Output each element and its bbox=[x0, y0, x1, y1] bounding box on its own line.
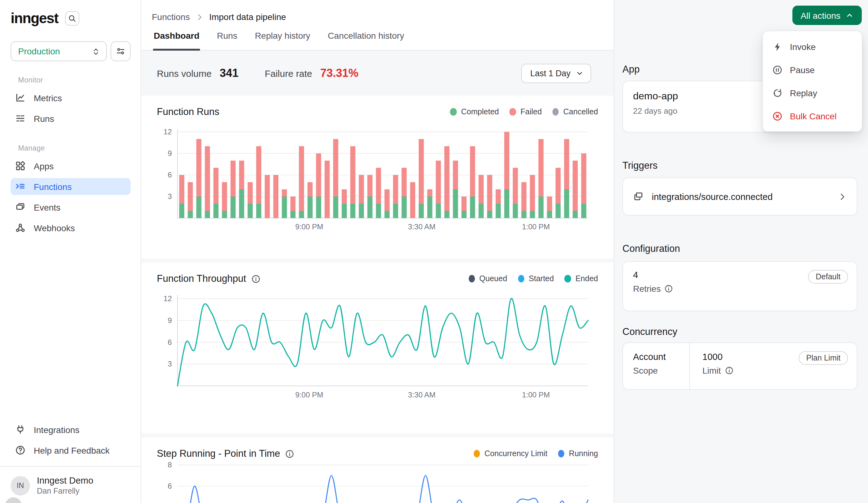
tab-dashboard[interactable]: Dashboard bbox=[153, 31, 200, 51]
svg-text:1:00 PM: 1:00 PM bbox=[522, 223, 550, 231]
retries-card: 4 Retries Default bbox=[622, 261, 857, 311]
apps-icon bbox=[15, 161, 25, 171]
search-button[interactable] bbox=[65, 11, 79, 25]
menu-item-label: Bulk Cancel bbox=[790, 111, 836, 121]
user-name: Dan Farrelly bbox=[37, 487, 93, 495]
function-runs-chart: 369129:00 PM3:30 AM1:00 PM bbox=[157, 122, 598, 233]
sidebar-item-integrations[interactable]: Integrations bbox=[11, 421, 131, 438]
cancelled-dot bbox=[552, 108, 559, 116]
sidebar-item-apps[interactable]: Apps bbox=[11, 157, 131, 174]
topbar: Functions Import data pipeline Dashboard… bbox=[141, 0, 614, 51]
all-actions-menu: Invoke Pause Replay Bulk Cancel bbox=[762, 31, 862, 132]
info-icon[interactable] bbox=[251, 274, 261, 283]
sliders-icon bbox=[116, 46, 126, 56]
sidebar-nav: Monitor Metrics Runs Manage Apps bbox=[0, 61, 141, 236]
tab-replay-history[interactable]: Replay history bbox=[254, 31, 311, 51]
sidebar-item-webhooks[interactable]: Webhooks bbox=[11, 219, 131, 236]
inngest-logo: inngest bbox=[11, 10, 58, 27]
sidebar-item-label: Help and Feedback bbox=[34, 445, 110, 455]
step-running-title: Step Running - Point in Time bbox=[157, 448, 280, 459]
sidebar-item-metrics[interactable]: Metrics bbox=[11, 89, 131, 106]
plug-icon bbox=[15, 424, 25, 435]
function-runs-title: Function Runs bbox=[157, 106, 219, 117]
sidebar-item-label: Apps bbox=[34, 161, 54, 171]
ended-dot bbox=[565, 275, 571, 283]
inngest-dashboard: inngest Production Monitor bbox=[0, 0, 868, 503]
sidebar-item-runs[interactable]: Runs bbox=[11, 110, 131, 127]
function-throughput-title: Function Throughput bbox=[157, 273, 246, 284]
help-circle-icon bbox=[15, 445, 25, 455]
sidebar-item-functions[interactable]: Functions bbox=[11, 178, 131, 195]
triggers-heading: Triggers bbox=[622, 160, 658, 171]
failed-dot bbox=[510, 108, 516, 116]
info-icon[interactable] bbox=[285, 449, 294, 458]
function-throughput-legend: Queued Started Ended bbox=[468, 274, 598, 283]
menu-item-bulk-cancel[interactable]: Bulk Cancel bbox=[763, 104, 862, 127]
all-actions-label: All actions bbox=[800, 10, 840, 20]
legend-label: Queued bbox=[479, 274, 507, 283]
event-copy-icon bbox=[633, 191, 644, 202]
info-icon[interactable] bbox=[664, 284, 673, 293]
divider bbox=[0, 466, 141, 467]
plan-limit-badge: Plan Limit bbox=[799, 351, 848, 365]
menu-item-label: Replay bbox=[790, 88, 817, 98]
metrics-icon bbox=[15, 92, 25, 103]
events-icon bbox=[15, 202, 25, 213]
step-running-chart: 864 bbox=[157, 460, 598, 503]
tab-cancellation-history[interactable]: Cancellation history bbox=[327, 31, 405, 51]
sidebar-item-help[interactable]: Help and Feedback bbox=[11, 442, 131, 459]
tab-runs[interactable]: Runs bbox=[216, 31, 238, 51]
legend-label: Running bbox=[569, 449, 598, 458]
scope-value: Account bbox=[633, 352, 689, 362]
running-dot bbox=[558, 450, 565, 458]
svg-text:12: 12 bbox=[163, 294, 172, 303]
menu-item-label: Invoke bbox=[790, 42, 816, 52]
environment-select[interactable]: Production bbox=[11, 41, 107, 61]
sidebar-item-label: Webhooks bbox=[34, 223, 75, 233]
app-heading: App bbox=[622, 64, 640, 75]
runs-volume-value: 341 bbox=[220, 66, 238, 80]
default-badge: Default bbox=[808, 270, 848, 284]
scope-label: Scope bbox=[633, 366, 658, 376]
breadcrumb-current: Import data pipeline bbox=[209, 12, 286, 22]
menu-item-invoke[interactable]: Invoke bbox=[763, 35, 862, 58]
nav-section-manage: Manage bbox=[18, 144, 131, 152]
svg-text:12: 12 bbox=[163, 127, 172, 136]
info-icon[interactable] bbox=[725, 366, 733, 375]
legend-label: Cancelled bbox=[564, 107, 598, 116]
replay-icon bbox=[772, 88, 782, 98]
sidebar-item-label: Integrations bbox=[34, 424, 79, 434]
environment-settings-button[interactable] bbox=[111, 41, 131, 61]
cancel-circle-icon bbox=[772, 111, 782, 121]
tabs: Dashboard Runs Replay history Cancellati… bbox=[153, 31, 405, 51]
queued-dot bbox=[468, 275, 475, 283]
failure-rate-label: Failure rate bbox=[265, 68, 312, 79]
legend-label: Ended bbox=[576, 274, 598, 283]
webhook-icon bbox=[15, 223, 25, 233]
legend-label: Concurrency Limit bbox=[484, 449, 547, 458]
step-running-legend: Concurrency Limit Running bbox=[473, 449, 598, 458]
limit-label: Limit bbox=[702, 366, 721, 376]
concurrency-heading: Concurrency bbox=[622, 326, 678, 337]
chevron-right-icon bbox=[838, 192, 847, 201]
trigger-card[interactable]: integrations/source.connected bbox=[622, 177, 857, 216]
environment-label: Production bbox=[18, 46, 60, 56]
svg-text:9: 9 bbox=[168, 149, 172, 157]
time-range-select[interactable]: Last 1 Day bbox=[521, 63, 591, 83]
breadcrumb-functions[interactable]: Functions bbox=[152, 12, 190, 22]
function-runs-section: Function Runs Completed Failed Cancelled… bbox=[141, 95, 614, 259]
user-menu[interactable]: IN Inngest Demo Dan Farrelly bbox=[11, 475, 131, 495]
failure-rate-stat: Failure rate 73.31% bbox=[265, 66, 358, 80]
menu-item-pause[interactable]: Pause bbox=[763, 58, 862, 81]
menu-item-label: Pause bbox=[790, 65, 815, 75]
all-actions-button[interactable]: All actions bbox=[792, 6, 862, 25]
search-icon bbox=[68, 14, 77, 23]
svg-text:9: 9 bbox=[168, 316, 172, 325]
sidebar-item-label: Events bbox=[34, 202, 61, 212]
sidebar-item-events[interactable]: Events bbox=[11, 199, 131, 216]
failure-rate-value: 73.31% bbox=[320, 66, 358, 80]
trigger-event-name: integrations/source.connected bbox=[652, 192, 773, 202]
svg-text:3:30 AM: 3:30 AM bbox=[408, 391, 436, 399]
menu-item-replay[interactable]: Replay bbox=[763, 81, 862, 104]
configuration-heading: Configuration bbox=[622, 243, 680, 254]
